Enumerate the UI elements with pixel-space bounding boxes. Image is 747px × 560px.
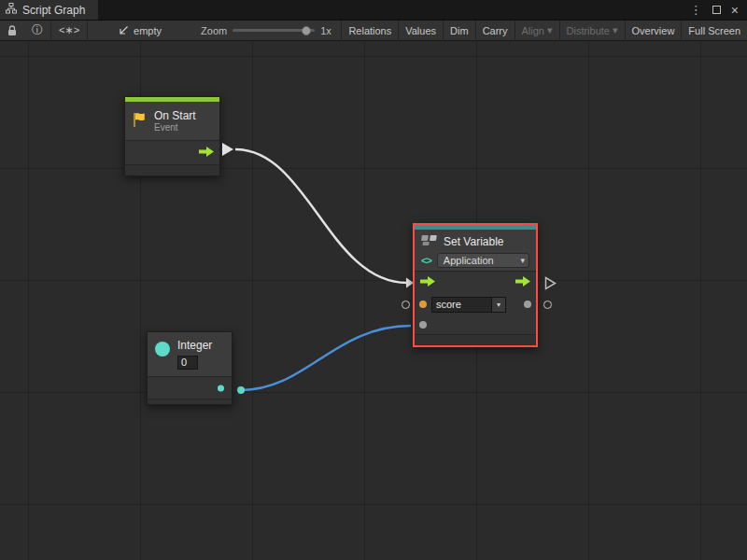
name-port-hollow-circle[interactable] [402, 301, 410, 309]
value-edge-endpoint[interactable] [237, 386, 245, 394]
chevron-down-icon: ▾ [497, 301, 500, 309]
selection-status-label: empty [134, 25, 162, 36]
flow-output-port[interactable] [515, 276, 530, 289]
maximize-icon[interactable] [712, 6, 721, 14]
value-output-port[interactable] [524, 301, 531, 308]
overview-button[interactable]: Overview [626, 21, 682, 41]
node-footer [125, 164, 219, 175]
on-start-labels: On Start Event [154, 109, 196, 133]
flow-output-hollow-triangle[interactable] [544, 276, 557, 294]
name-input-port[interactable] [419, 301, 427, 308]
value-input-port[interactable] [419, 321, 427, 329]
chevron-down-icon: ▾ [520, 256, 525, 265]
zoom-value: 1x [320, 25, 331, 36]
output-port-hollow-circle[interactable] [543, 301, 552, 309]
set-variable-scope-row: <> Application ▾ [421, 253, 529, 268]
flow-edge[interactable] [235, 149, 407, 283]
titlebar: Script Graph ⋮ × [0, 0, 747, 21]
on-start-node[interactable]: On Start Event [124, 96, 220, 176]
edge-layer [0, 41, 747, 560]
carry-button[interactable]: Carry [476, 21, 514, 41]
scope-dropdown[interactable]: Application ▾ [437, 253, 529, 268]
values-button[interactable]: Values [399, 21, 443, 41]
flow-input-port[interactable] [420, 276, 435, 289]
integer-port-row [148, 376, 232, 399]
set-variable-header[interactable]: Set Variable <> Application ▾ [415, 230, 536, 271]
variable-name-combo[interactable]: score ▾ [431, 297, 506, 313]
toolbar-separator [87, 21, 88, 41]
menu-kebab-icon[interactable]: ⋮ [690, 4, 702, 16]
zoom-label: Zoom [201, 25, 227, 36]
distribute-button[interactable]: Distribute ▾ [560, 21, 625, 41]
flag-icon [133, 112, 147, 131]
on-start-header[interactable]: On Start Event [125, 102, 219, 140]
dim-button[interactable]: Dim [444, 21, 475, 41]
flow-output-port[interactable] [199, 147, 214, 160]
button-label: Values [405, 25, 436, 36]
code-icon[interactable]: <∗> [51, 24, 87, 36]
button-label: Carry [483, 25, 508, 36]
button-label: Relations [348, 25, 391, 36]
align-button[interactable]: Align ▾ [515, 21, 559, 41]
zoom-slider-handle[interactable] [302, 26, 311, 35]
integer-output-port[interactable] [218, 385, 224, 391]
fullscreen-button[interactable]: Full Screen [682, 21, 747, 41]
variables-icon [421, 234, 438, 249]
button-label: Overview [632, 25, 675, 36]
tab-title: Script Graph [22, 4, 85, 17]
node-title: On Start [154, 109, 196, 122]
tab-script-graph[interactable]: Script Graph [0, 0, 98, 20]
button-label: Distribute [567, 25, 610, 36]
button-label: Full Screen [688, 25, 740, 36]
close-icon[interactable]: × [731, 4, 739, 17]
window-controls: ⋮ × [690, 0, 747, 20]
integer-node[interactable]: Integer 0 [147, 331, 233, 405]
integer-header[interactable]: Integer 0 [148, 332, 232, 376]
flow-connection-start-triangle[interactable] [222, 143, 233, 156]
lock-icon[interactable] [0, 25, 24, 36]
pointer-icon [118, 24, 129, 37]
set-variable-title-row: Set Variable [421, 234, 529, 249]
variable-name-value[interactable]: score [432, 298, 491, 312]
variable-name-row: score ▾ [415, 293, 536, 315]
set-variable-node[interactable]: Set Variable <> Application ▾ [413, 223, 538, 347]
relations-button[interactable]: Relations [342, 21, 398, 41]
integer-labels: Integer 0 [177, 339, 212, 370]
node-title: Set Variable [444, 235, 503, 248]
integer-value-field[interactable]: 0 [177, 356, 198, 370]
on-start-port-row [125, 140, 219, 164]
integer-icon [155, 342, 170, 357]
button-label: Dim [450, 25, 469, 36]
selection-status: empty [110, 24, 169, 37]
variable-name-dropdown[interactable]: ▾ [491, 298, 505, 312]
flow-port-row [415, 271, 536, 293]
graph-canvas[interactable]: On Start Event [0, 41, 747, 560]
graph-toolbar: ⓘ <∗> empty Zoom 1x Relations Values [0, 21, 747, 41]
unity-window: Script Graph ⋮ × ⓘ <∗> empty Zoom [0, 0, 747, 560]
chevron-down-icon: ▾ [547, 24, 553, 36]
button-label: Align [522, 25, 544, 36]
chevron-down-icon: ▾ [613, 24, 618, 36]
node-footer [415, 334, 536, 345]
scope-dropdown-value: Application [444, 255, 494, 266]
value-edge[interactable] [241, 326, 411, 390]
node-footer [148, 399, 232, 404]
code-brackets-icon: <> [421, 255, 431, 266]
script-graph-icon [6, 3, 17, 17]
toolbar-right-group: Relations Values Dim Carry Align ▾ Distr… [341, 21, 747, 41]
node-subtitle: Event [154, 122, 196, 133]
zoom-slider[interactable] [233, 21, 315, 41]
info-icon[interactable]: ⓘ [24, 22, 50, 38]
node-title: Integer [177, 339, 212, 352]
value-input-row [415, 315, 536, 334]
